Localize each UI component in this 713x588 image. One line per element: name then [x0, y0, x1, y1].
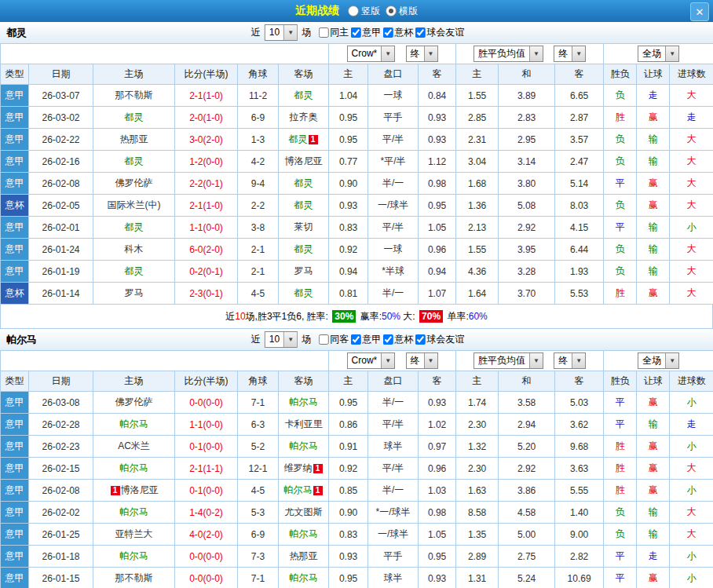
- ah-away-odds-cell: 1.12: [419, 151, 456, 173]
- match-result-cell: 负: [604, 85, 637, 107]
- team-name: 热那亚: [290, 550, 318, 561]
- red-card-badge: 1: [313, 464, 323, 473]
- team-name: 都灵: [289, 133, 308, 144]
- filter-option[interactable]: 意杯: [381, 333, 413, 346]
- recent-count-dropdown[interactable]: 10 ▼: [265, 331, 298, 348]
- eu-home-odds-cell: 2.30: [456, 458, 499, 480]
- match-result-cell: 平: [604, 392, 637, 414]
- team-name: 莱切: [294, 221, 313, 232]
- goals-result-cell: 大: [670, 173, 713, 195]
- filter-option[interactable]: 意甲: [349, 26, 381, 39]
- score-cell: 2-2(0-1): [175, 173, 238, 195]
- score-cell: 2-1(1-0): [175, 85, 238, 107]
- team-section-torino: 都灵 近 10 ▼ 场 同主意甲意杯球会友谊: [0, 22, 713, 329]
- corners-cell: 2-1: [238, 261, 279, 283]
- team-name: 帕尔马: [290, 440, 318, 451]
- euro-final-dropdown[interactable]: 终▼: [554, 352, 586, 369]
- away-team-cell: 帕尔马1: [279, 480, 329, 502]
- layout-horizontal-radio[interactable]: 横版: [386, 5, 418, 18]
- match-date-cell: 26-01-15: [29, 568, 93, 588]
- dropdown-value: 胜平负均值: [474, 46, 529, 61]
- col-ah-home: 主: [329, 371, 368, 392]
- handicap-final-dropdown[interactable]: 终▼: [406, 352, 438, 369]
- match-row: 意甲26-01-19都灵0-2(0-1)2-1罗马0.94*半球0.944.36…: [1, 261, 713, 283]
- corners-cell: 12-1: [238, 458, 279, 480]
- col-home: 主场: [93, 371, 175, 392]
- filter-checkbox[interactable]: [415, 334, 426, 345]
- filter-option[interactable]: 同主: [316, 26, 349, 39]
- league-type-cell: 意甲: [1, 414, 29, 436]
- eu-away-odds-cell: 3.63: [555, 458, 604, 480]
- filter-checkbox[interactable]: [415, 27, 426, 38]
- match-date-cell: 26-02-16: [29, 151, 93, 173]
- match-result-cell: 胜: [604, 283, 637, 305]
- match-date-cell: 26-01-14: [29, 283, 93, 305]
- filter-option[interactable]: 球会友谊: [413, 26, 464, 39]
- odds-average-dropdown[interactable]: 胜平负均值▼: [474, 46, 543, 62]
- layout-vertical-radio[interactable]: 竖版: [348, 5, 380, 18]
- col-score: 比分(半场): [175, 371, 238, 392]
- filter-checkbox[interactable]: [351, 334, 361, 345]
- ah-away-odds-cell: 0.98: [419, 502, 456, 524]
- eu-draw-odds-cell: 3.95: [499, 239, 555, 261]
- col-eu-draw: 和: [499, 64, 555, 85]
- home-team-cell: 佛罗伦萨: [93, 392, 175, 414]
- corners-cell: 6-9: [238, 107, 279, 129]
- filter-checkbox[interactable]: [319, 334, 329, 345]
- filter-option[interactable]: 意杯: [381, 26, 413, 39]
- handicap-cell: 半/一: [368, 283, 419, 305]
- col-eu-away: 客: [555, 64, 604, 85]
- eu-draw-odds-cell: 3.58: [499, 392, 555, 414]
- score-cell: 0-0(0-0): [175, 546, 238, 568]
- dropdown-value: Crow*: [348, 46, 382, 61]
- team-name: 都灵: [125, 111, 144, 122]
- filter-checkbox[interactable]: [351, 27, 361, 38]
- team-name: 那不勒斯: [115, 572, 153, 583]
- league-type-cell: 意甲: [1, 436, 29, 458]
- recent-count-dropdown[interactable]: 10 ▼: [265, 24, 298, 41]
- close-button[interactable]: ✕: [690, 2, 709, 21]
- filter-option[interactable]: 同客: [316, 333, 349, 346]
- fulltime-dropdown[interactable]: 全场▼: [638, 352, 679, 369]
- match-result-cell: 平: [604, 414, 637, 436]
- handicap-cell: 一/球半: [368, 195, 419, 217]
- filter-checkbox[interactable]: [383, 334, 393, 345]
- filter-option[interactable]: 意甲: [349, 333, 381, 346]
- goals-result-cell: 大: [670, 261, 713, 283]
- team-name: 热那亚: [120, 133, 148, 144]
- match-result-cell: 负: [604, 261, 637, 283]
- corners-cell: 11-2: [238, 85, 279, 107]
- eu-home-odds-cell: 1.36: [456, 195, 499, 217]
- eu-draw-odds-cell: 5.00: [499, 524, 555, 546]
- league-type-cell: 意甲: [1, 217, 29, 239]
- filter-checkbox[interactable]: [383, 27, 393, 38]
- league-type-cell: 意杯: [1, 195, 29, 217]
- match-result-cell: 平: [604, 217, 637, 239]
- eu-away-odds-cell: 5.03: [555, 392, 604, 414]
- ah-away-odds-cell: 0.96: [419, 239, 456, 261]
- corners-cell: 2-2: [238, 195, 279, 217]
- filter-checkbox[interactable]: [319, 27, 329, 38]
- bookmaker-dropdown[interactable]: Crow*▼: [347, 352, 396, 369]
- handicap-cell: *一/球半: [368, 502, 419, 524]
- handicap-final-dropdown[interactable]: 终▼: [406, 46, 438, 62]
- title-bar: 近期战绩 竖版 横版 ✕: [0, 0, 713, 22]
- fulltime-dropdown[interactable]: 全场▼: [638, 46, 679, 62]
- filter-option[interactable]: 球会友谊: [413, 333, 464, 346]
- dropdown-value: 全场: [638, 46, 665, 61]
- bookmaker-dropdown[interactable]: Crow*▼: [347, 46, 396, 62]
- odds-average-dropdown[interactable]: 胜平负均值▼: [474, 352, 543, 369]
- summary-part: 10: [235, 311, 245, 322]
- chevron-down-icon: ▼: [424, 353, 437, 368]
- ah-home-odds-cell: 0.95: [329, 392, 368, 414]
- col-eu-draw: 和: [499, 371, 555, 392]
- dropdown-value: 全场: [638, 353, 665, 368]
- match-result-cell: 胜: [604, 436, 637, 458]
- eu-home-odds-cell: 3.04: [456, 151, 499, 173]
- summary-part: 近: [225, 310, 235, 323]
- team-section-parma: 帕尔马 近 10 ▼ 场 同客意甲意杯球会友谊: [0, 329, 713, 588]
- league-type-cell: 意甲: [1, 502, 29, 524]
- home-team-cell: 佛罗伦萨: [93, 173, 175, 195]
- match-row: 意杯26-01-14罗马2-3(0-1)4-5都灵0.81半/一1.071.64…: [1, 283, 713, 305]
- euro-final-dropdown[interactable]: 终▼: [554, 46, 586, 62]
